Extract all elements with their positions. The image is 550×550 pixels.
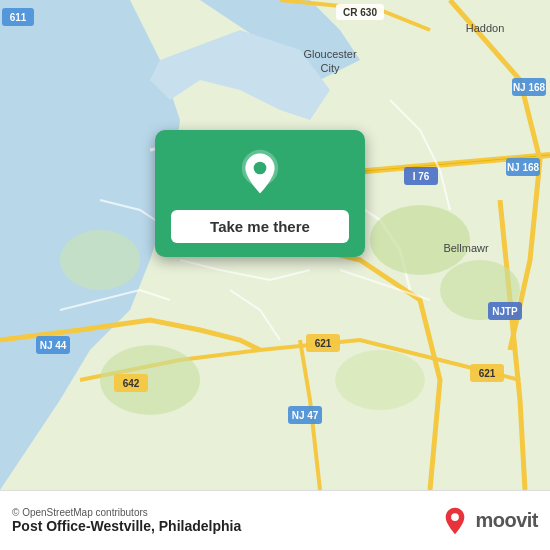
svg-point-39 — [254, 162, 267, 175]
moovit-logo: moovit — [441, 507, 538, 535]
svg-text:621: 621 — [315, 338, 332, 349]
svg-text:Gloucester: Gloucester — [303, 48, 357, 60]
take-me-there-button[interactable]: Take me there — [171, 210, 349, 243]
moovit-pin-icon — [441, 507, 469, 535]
svg-text:NJ 44: NJ 44 — [40, 340, 67, 351]
svg-point-40 — [452, 513, 460, 521]
svg-text:CR 630: CR 630 — [343, 7, 377, 18]
svg-text:NJ 168: NJ 168 — [507, 162, 540, 173]
svg-text:611: 611 — [10, 12, 27, 23]
popup-card: Take me there — [155, 130, 365, 257]
svg-text:Bellmawr: Bellmawr — [443, 242, 489, 254]
location-name: Post Office-Westville, Philadelphia — [12, 518, 241, 534]
location-pin-icon — [235, 148, 285, 198]
svg-text:NJTP: NJTP — [492, 306, 518, 317]
svg-text:Haddon: Haddon — [466, 22, 505, 34]
bottom-bar: © OpenStreetMap contributors Post Office… — [0, 490, 550, 550]
svg-text:City: City — [321, 62, 340, 74]
map-container: CR 630 Gloucester City Haddon NJ 168 I 7… — [0, 0, 550, 490]
svg-text:621: 621 — [479, 368, 496, 379]
bottom-left: © OpenStreetMap contributors Post Office… — [12, 507, 241, 534]
svg-point-6 — [60, 230, 140, 290]
svg-text:NJ 168: NJ 168 — [513, 82, 546, 93]
svg-text:NJ 47: NJ 47 — [292, 410, 319, 421]
svg-point-4 — [370, 205, 470, 275]
svg-text:642: 642 — [123, 378, 140, 389]
osm-credit: © OpenStreetMap contributors — [12, 507, 241, 518]
svg-text:I 76: I 76 — [413, 171, 430, 182]
moovit-text: moovit — [475, 509, 538, 532]
svg-point-8 — [335, 350, 425, 410]
